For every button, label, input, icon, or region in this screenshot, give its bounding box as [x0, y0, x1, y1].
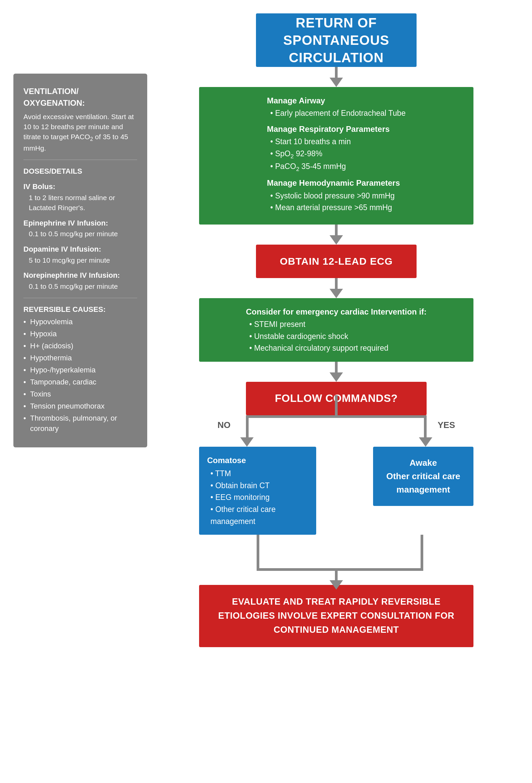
- rosc-box: RETURN OF SPONTANEOUS CIRCULATION: [256, 13, 416, 67]
- awake-label: AwakeOther critical caremanagement: [386, 456, 460, 497]
- consider-box: Consider for emergency cardiac Intervent…: [199, 298, 473, 362]
- branch-wrapper: NO YES: [199, 415, 473, 442]
- list-item: Tension pneumothorax: [24, 401, 137, 412]
- list-item: H+ (acidosis): [24, 341, 137, 351]
- arrow3: [330, 278, 343, 298]
- awake-box: AwakeOther critical caremanagement: [373, 447, 473, 506]
- list-item: TTM: [211, 468, 308, 480]
- manage-hemo-title: Manage Hemodynamic Parameters: [267, 177, 406, 189]
- manage-hemo-list: Systolic blood pressure >90 mmHg Mean ar…: [267, 190, 406, 214]
- ventilation-body: Avoid excessive ventilation. Start at 10…: [24, 112, 137, 154]
- arrow4: [330, 362, 343, 382]
- page-wrapper: VENTILATION/ OXYGENATION: Avoid excessiv…: [0, 0, 532, 783]
- arrow1: [330, 67, 343, 87]
- manage-resp-list: Start 10 breaths a min SpO2 92-98% PaCO2…: [267, 136, 406, 173]
- list-item: Unstable cardiogenic shock: [249, 331, 427, 343]
- comatose-title: Comatose: [207, 454, 308, 466]
- list-item: Mean arterial pressure >65 mmHg: [270, 202, 406, 214]
- iv-bolus-body: 1 to 2 liters normal saline or Lactated …: [24, 193, 137, 213]
- manage-airway-list: Early placement of Endotracheal Tube: [267, 107, 406, 120]
- list-item: Obtain brain CT: [211, 480, 308, 492]
- branch-center-connector: [335, 395, 338, 415]
- divider2: [24, 298, 137, 298]
- list-item: Tamponade, cardiac: [24, 377, 137, 387]
- manage-resp-title: Manage Respiratory Parameters: [267, 123, 406, 135]
- list-item: Thrombosis, pulmonary, or coronary: [24, 413, 137, 434]
- list-item: Mechanical circulatory support required: [249, 342, 427, 354]
- evaluate-label: EVALUATE AND TREAT RAPIDLY REVERSIBLE ET…: [209, 595, 464, 637]
- merge-horiz: [257, 568, 423, 571]
- merge-arrow-head: [330, 580, 343, 590]
- list-item: Hypoxia: [24, 328, 137, 339]
- divider1: [24, 160, 137, 160]
- reversible-list: Hypovolemia Hypoxia H+ (acidosis) Hypoth…: [24, 317, 137, 434]
- boxes-row: Comatose TTM Obtain brain CT EEG monitor…: [199, 447, 473, 535]
- norepinephrine-body: 0.1 to 0.5 mcg/kg per minute: [24, 281, 137, 291]
- no-label: NO: [218, 420, 230, 430]
- list-item: EEG monitoring: [211, 492, 308, 504]
- consider-title: Consider for emergency cardiac Intervent…: [246, 306, 427, 318]
- list-item: Toxins: [24, 389, 137, 400]
- norepinephrine-title: Norepinephrine IV Infusion:: [24, 270, 137, 281]
- comatose-box: Comatose TTM Obtain brain CT EEG monitor…: [199, 447, 316, 535]
- list-item: Hypothermia: [24, 353, 137, 364]
- consider-list: STEMI present Unstable cardiogenic shock…: [246, 318, 427, 354]
- yes-label: YES: [438, 420, 455, 430]
- arrow-head-left: [240, 437, 254, 447]
- comatose-list: TTM Obtain brain CT EEG monitoring Other…: [207, 468, 308, 527]
- arrow-head-right: [419, 437, 432, 447]
- merge-right-vert: [420, 535, 423, 568]
- list-item: Other critical care management: [211, 504, 308, 527]
- flowchart: RETURN OF SPONTANEOUS CIRCULATION Manage…: [147, 13, 519, 770]
- list-item: Early placement of Endotracheal Tube: [270, 107, 406, 120]
- list-item: Start 10 breaths a min: [270, 136, 406, 148]
- merge-left-vert: [257, 535, 259, 568]
- list-item: PaCO2 35-45 mmHg: [270, 161, 406, 173]
- ecg-label: OBTAIN 12-LEAD ECG: [280, 256, 393, 267]
- arrow2: [330, 224, 343, 245]
- list-item: Hypo-/hyperkalemia: [24, 365, 137, 375]
- dopamine-title: Dopamine IV Infusion:: [24, 244, 137, 255]
- rosc-label: RETURN OF SPONTANEOUS CIRCULATION: [256, 14, 416, 66]
- doses-title: DOSES/DETAILS: [24, 166, 137, 177]
- iv-bolus-title: IV Bolus:: [24, 181, 137, 192]
- evaluate-box: EVALUATE AND TREAT RAPIDLY REVERSIBLE ET…: [199, 585, 473, 647]
- list-item: Systolic blood pressure >90 mmHg: [270, 190, 406, 202]
- list-item: Hypovolemia: [24, 317, 137, 327]
- manage-airway-box: Manage Airway Early placement of Endotra…: [199, 87, 473, 224]
- manage-airway-title: Manage Airway: [267, 94, 406, 107]
- epinephrine-title: Epinephrine IV Infusion:: [24, 218, 137, 228]
- ecg-box: OBTAIN 12-LEAD ECG: [256, 245, 416, 278]
- reversible-title: REVERSIBLE CAUSES:: [24, 304, 137, 315]
- branch-horiz-line: [246, 415, 427, 418]
- epinephrine-body: 0.1 to 0.5 mcg/kg per minute: [24, 229, 137, 239]
- dopamine-body: 5 to 10 mcg/kg per minute: [24, 255, 137, 265]
- ventilation-title: VENTILATION/ OXYGENATION:: [24, 86, 137, 109]
- list-item: SpO2 92-98%: [270, 148, 406, 161]
- list-item: STEMI present: [249, 318, 427, 331]
- merge-section: [199, 535, 473, 585]
- sidebar: VENTILATION/ OXYGENATION: Avoid excessiv…: [13, 73, 147, 447]
- merge-center-vert: [335, 568, 338, 580]
